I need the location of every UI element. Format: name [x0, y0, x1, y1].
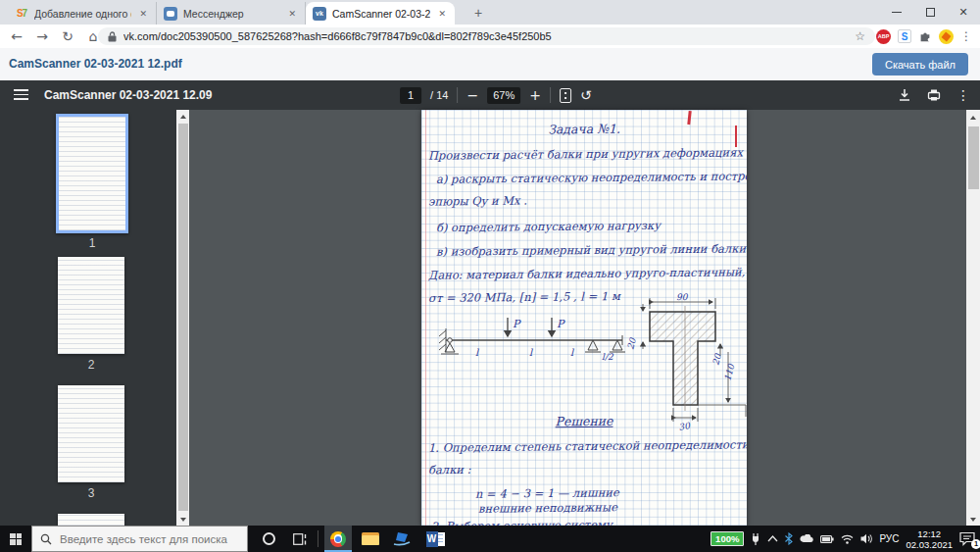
- tab-title: CamScanner 02-03-2021 12.pdf: [332, 8, 430, 20]
- download-file-button[interactable]: Скачать файл: [872, 53, 968, 75]
- action-center-button[interactable]: 1: [959, 531, 977, 547]
- tab-messenger[interactable]: Мессенджер ✕: [157, 2, 306, 25]
- more-options-icon[interactable]: ⋮: [956, 87, 970, 103]
- onedrive-cloud-icon[interactable]: [800, 534, 813, 543]
- language-indicator[interactable]: РУС: [879, 533, 899, 544]
- chrome-menu-icon[interactable]: ⋮: [960, 29, 972, 43]
- laptop-app-icon: [393, 531, 411, 546]
- refresh-icon[interactable]: ↻: [59, 27, 76, 45]
- close-icon[interactable]: ✕: [286, 9, 298, 19]
- maximize-icon: [926, 8, 935, 17]
- fit-page-icon[interactable]: [560, 88, 571, 103]
- minimize-icon: [892, 12, 902, 13]
- savefrom-extension-icon[interactable]: S: [898, 29, 911, 43]
- close-window-button[interactable]: ✕: [947, 0, 980, 25]
- zoom-out-icon[interactable]: −: [466, 87, 478, 103]
- scroll-up-icon[interactable]: [176, 110, 189, 123]
- bookmark-star-icon[interactable]: ☆: [855, 29, 865, 43]
- speaker-icon[interactable]: [860, 533, 872, 544]
- dimension-label-top: 90: [676, 292, 689, 302]
- handwritten-line: Дано: материал балки идеально упруго-пла…: [428, 265, 746, 281]
- back-icon[interactable]: ←: [8, 27, 25, 45]
- word-icon: W: [426, 531, 445, 547]
- pdf-content-area: 1 2 3 Задача №1. Произвести расчёт балки…: [0, 110, 980, 526]
- task-view-button[interactable]: [286, 526, 314, 552]
- tab-title: Мессенджер: [183, 8, 280, 20]
- power-plug-icon[interactable]: [751, 533, 760, 545]
- left-pin-support: [439, 328, 459, 354]
- windows-taskbar: W 100%: [0, 526, 980, 552]
- page-number-input[interactable]: 1: [400, 87, 421, 104]
- windows-logo-icon: [10, 533, 22, 545]
- taskbar-chrome-button[interactable]: [324, 526, 352, 552]
- pdf-viewer: Задача №1. Произвести расчёт балки при у…: [189, 110, 980, 526]
- span-length-label: l: [475, 347, 479, 358]
- handwritten-formula: n = 4 − 3 = 1 — лишние: [475, 485, 619, 501]
- vk-icon: vk: [313, 7, 326, 21]
- url-text[interactable]: vk.com/doc205390500_587625268?hash=d666f…: [123, 30, 848, 42]
- scrollbar-thumb[interactable]: [968, 126, 979, 189]
- close-icon[interactable]: ✕: [436, 9, 448, 19]
- start-button[interactable]: [0, 526, 31, 552]
- forward-icon[interactable]: →: [33, 27, 51, 45]
- thumbnail-label: 3: [56, 486, 126, 500]
- scroll-down-icon[interactable]: [176, 513, 189, 526]
- new-tab-button[interactable]: +: [468, 4, 488, 24]
- cortana-button[interactable]: [255, 526, 282, 552]
- page-thumbnail-2[interactable]: [58, 257, 124, 354]
- dimension-label-right-big: 110: [722, 362, 736, 381]
- roller-supports: [585, 335, 625, 352]
- tab-upload-file[interactable]: S7 Добавление одного файла » Ст ✕: [8, 2, 157, 25]
- span-length-label: l: [570, 347, 574, 358]
- taskbar-laptop-app-button[interactable]: [388, 526, 416, 552]
- adblock-plus-icon[interactable]: ABP: [876, 29, 891, 44]
- browser-navbar: ← → ↻ ⌂ vk.com/doc205390500_587625268?ha…: [0, 25, 980, 48]
- scroll-up-icon[interactable]: [966, 111, 980, 124]
- handwritten-line: Произвести расчёт балки при упругих дефо…: [428, 145, 747, 162]
- tab-camscanner-pdf[interactable]: vk CamScanner 02-03-2021 12.pdf ✕: [306, 2, 455, 25]
- site-favicon: S7: [15, 7, 28, 21]
- close-icon[interactable]: ✕: [137, 9, 149, 19]
- scrollbar-thumb[interactable]: [178, 124, 188, 511]
- bluetooth-icon[interactable]: [785, 532, 793, 545]
- taskbar-word-button[interactable]: W: [421, 526, 449, 552]
- date-label: 02.03.2021: [906, 539, 953, 550]
- zoom-level-value[interactable]: 67%: [487, 87, 520, 104]
- handwritten-line: а) раскрыть статическую неопределимость …: [436, 169, 747, 186]
- search-input[interactable]: [60, 533, 236, 545]
- print-icon[interactable]: [927, 88, 941, 102]
- wifi-icon[interactable]: [841, 534, 854, 544]
- page-thumbnail-4[interactable]: [58, 514, 124, 526]
- round-yellow-extension-icon[interactable]: [939, 29, 954, 44]
- viewer-scrollbar[interactable]: [966, 110, 980, 526]
- clock[interactable]: 12:12 02.03.2021: [906, 528, 953, 550]
- handwritten-line: балки :: [428, 463, 471, 477]
- rotate-icon[interactable]: ↺: [580, 87, 592, 103]
- messenger-icon: [164, 7, 177, 21]
- scroll-down-icon[interactable]: [966, 513, 980, 526]
- page-thumbnail-1[interactable]: [56, 114, 128, 233]
- pdf-page: Задача №1. Произвести расчёт балки при у…: [421, 110, 747, 526]
- battery-percent-badge[interactable]: 100%: [710, 531, 744, 546]
- zoom-in-icon[interactable]: +: [529, 87, 541, 103]
- folder-icon: [362, 532, 379, 545]
- battery-icon[interactable]: [820, 535, 834, 543]
- maximize-button[interactable]: [913, 0, 947, 25]
- chevron-up-icon[interactable]: [767, 535, 778, 542]
- menu-icon[interactable]: [14, 89, 28, 100]
- address-bar[interactable]: vk.com/doc205390500_587625268?hash=d666f…: [98, 27, 875, 45]
- span-length-label: l/2: [602, 352, 614, 362]
- cortana-icon: [263, 532, 275, 545]
- extensions-puzzle-icon[interactable]: [918, 29, 932, 43]
- taskbar-search[interactable]: [31, 526, 248, 552]
- page-thumbnail-3[interactable]: [58, 385, 124, 482]
- handwritten-line: б) определить допускаемую нагрузку: [436, 219, 661, 234]
- sidebar-scrollbar[interactable]: [176, 110, 189, 526]
- tab-title: Добавление одного файла » Ст: [34, 8, 131, 20]
- document-filename-link[interactable]: CamScanner 02-03-2021 12.pdf: [9, 57, 182, 71]
- taskbar-divider: [318, 530, 318, 547]
- search-icon: [40, 533, 52, 545]
- minimize-button[interactable]: [880, 0, 913, 25]
- download-icon[interactable]: [898, 88, 911, 102]
- taskbar-explorer-button[interactable]: [357, 526, 384, 552]
